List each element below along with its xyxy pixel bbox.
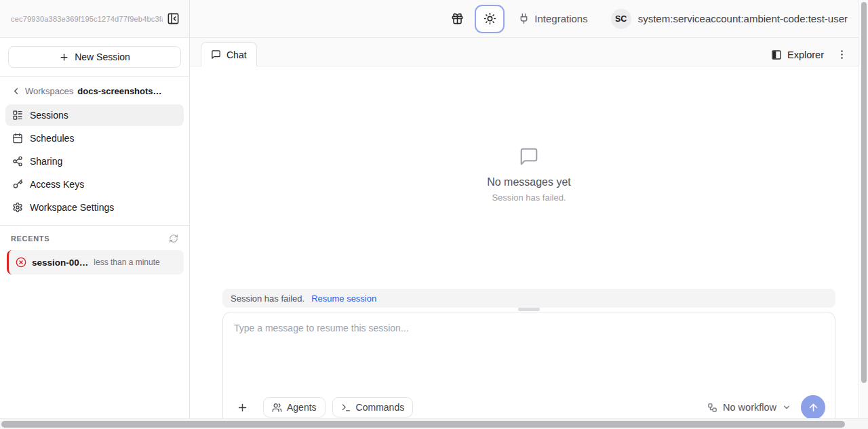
- sidebar: cec79930a383e369f195c1274d77f9eb4bc3fa19…: [0, 0, 190, 429]
- gift-icon[interactable]: [451, 12, 464, 25]
- agents-label: Agents: [287, 402, 317, 413]
- explorer-label: Explorer: [787, 49, 824, 60]
- composer-toolbar: Agents Commands No workflow: [234, 395, 825, 420]
- message-square-icon: [211, 49, 221, 60]
- sidebar-item-sharing[interactable]: Sharing: [5, 150, 184, 172]
- sidebar-item-label: Sharing: [30, 156, 62, 167]
- tab-bar-right: Explorer: [771, 49, 848, 66]
- main-area: Integrations SC system:serviceaccount:am…: [190, 0, 868, 429]
- tab-chat-label: Chat: [226, 49, 247, 60]
- explorer-button[interactable]: Explorer: [771, 49, 824, 60]
- workflow-icon: [707, 403, 717, 413]
- chat-bubble-icon: [519, 146, 539, 167]
- key-icon: [12, 179, 23, 190]
- app-root: cec79930a383e369f195c1274d77f9eb4bc3fa19…: [0, 0, 868, 429]
- workspace-hash: cec79930a383e369f195c1274d77f9eb4bc3fa19: [11, 15, 163, 23]
- layout-list-icon: [12, 110, 23, 121]
- sidebar-item-workspace-settings[interactable]: Workspace Settings: [5, 197, 184, 218]
- panel-collapse-button[interactable]: [167, 12, 180, 25]
- sidebar-nav: Sessions Schedules Sharing Access Keys: [0, 103, 189, 225]
- username: system:serviceaccount:ambient-code:test-…: [638, 13, 848, 24]
- more-vertical-icon[interactable]: [836, 49, 848, 60]
- share-icon: [12, 156, 23, 167]
- calendar-icon: [12, 133, 23, 144]
- integrations-button[interactable]: Integrations: [518, 13, 587, 24]
- refresh-icon[interactable]: [169, 234, 178, 243]
- message-input[interactable]: [223, 312, 835, 383]
- sidebar-item-sessions[interactable]: Sessions: [5, 104, 184, 126]
- message-composer: Agents Commands No workflow: [222, 312, 835, 429]
- empty-state: No messages yet Session has failed.: [190, 146, 868, 203]
- workflow-selector[interactable]: No workflow: [707, 402, 791, 413]
- chevron-left-icon[interactable]: [11, 86, 21, 96]
- new-session-wrap: New Session: [0, 38, 189, 76]
- workflow-label: No workflow: [723, 402, 776, 413]
- commands-button[interactable]: Commands: [332, 397, 414, 417]
- tab-bar: Chat Explorer: [190, 38, 868, 66]
- recent-session-time: less than a minute: [94, 258, 159, 267]
- send-button[interactable]: [801, 395, 825, 420]
- composer-right: No workflow: [707, 395, 825, 420]
- sidebar-item-label: Schedules: [30, 133, 74, 144]
- sidebar-item-schedules[interactable]: Schedules: [5, 127, 184, 149]
- new-session-button[interactable]: New Session: [8, 46, 181, 68]
- banner-message: Session has failed.: [231, 293, 304, 304]
- composer-resize-handle[interactable]: [518, 308, 540, 311]
- horizontal-scrollbar[interactable]: [0, 418, 868, 429]
- sidebar-item-label: Workspace Settings: [30, 202, 114, 213]
- recent-session-name: session-00…: [32, 258, 88, 268]
- chevron-down-icon: [782, 403, 791, 412]
- breadcrumb: Workspaces docs-screenshots-17…: [0, 77, 189, 103]
- sun-icon: [484, 12, 496, 25]
- theme-toggle-button[interactable]: [475, 5, 505, 33]
- sidebar-item-label: Sessions: [30, 110, 68, 121]
- sidebar-header: cec79930a383e369f195c1274d77f9eb4bc3fa19: [0, 0, 189, 38]
- panel-split-icon: [771, 49, 782, 60]
- avatar[interactable]: SC: [611, 9, 631, 29]
- breadcrumb-workspace-name: docs-screenshots-17…: [77, 86, 164, 96]
- plus-icon: [59, 52, 69, 62]
- recents-header: RECENTS: [0, 226, 189, 247]
- top-bar: Integrations SC system:serviceaccount:am…: [190, 0, 868, 38]
- commands-label: Commands: [356, 402, 405, 413]
- sidebar-item-access-keys[interactable]: Access Keys: [5, 173, 184, 195]
- vertical-scrollbar[interactable]: [859, 0, 868, 418]
- horizontal-scrollbar-thumb[interactable]: [1, 421, 845, 428]
- recent-session-item[interactable]: session-00… less than a minute: [7, 250, 184, 274]
- tab-chat[interactable]: Chat: [201, 42, 257, 66]
- chat-area: No messages yet Session has failed. Sess…: [190, 66, 868, 429]
- recents-title: RECENTS: [11, 234, 50, 243]
- integrations-label: Integrations: [534, 13, 587, 24]
- gear-icon: [12, 202, 23, 213]
- terminal-icon: [341, 403, 351, 413]
- vertical-scrollbar-thumb[interactable]: [861, 2, 867, 383]
- agents-button[interactable]: Agents: [263, 397, 326, 417]
- empty-state-subtitle: Session has failed.: [492, 192, 566, 203]
- new-session-label: New Session: [75, 52, 130, 62]
- attach-plus-button[interactable]: [234, 399, 251, 416]
- plus-icon: [237, 402, 248, 413]
- users-icon: [272, 403, 282, 413]
- session-failed-banner: Session has failed. Resume session: [222, 289, 835, 308]
- resume-session-link[interactable]: Resume session: [311, 293, 376, 304]
- breadcrumb-workspaces[interactable]: Workspaces: [25, 86, 73, 96]
- panel-left-close-icon: [167, 12, 180, 25]
- arrow-up-icon: [808, 402, 819, 413]
- plug-icon: [518, 13, 530, 24]
- empty-state-title: No messages yet: [487, 176, 571, 188]
- error-circle-x-icon: [16, 257, 26, 268]
- sidebar-item-label: Access Keys: [30, 179, 84, 190]
